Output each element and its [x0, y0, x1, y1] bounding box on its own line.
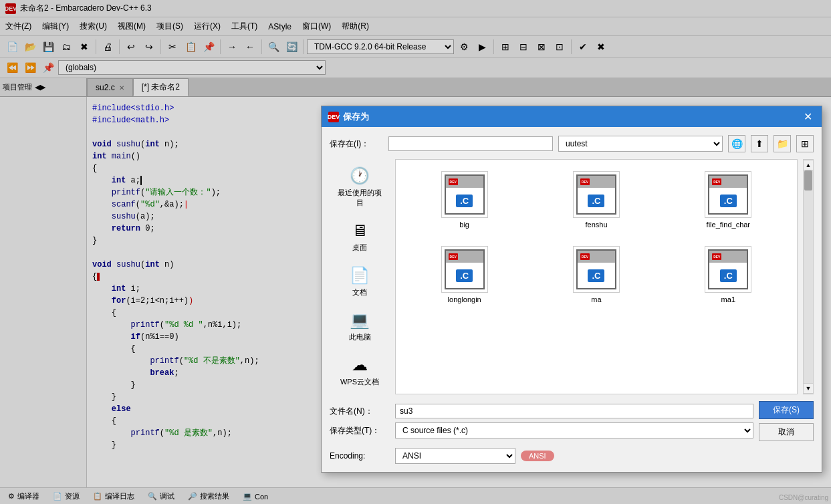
filetype-label: 保存类型(T)：	[330, 425, 390, 436]
file-icon-body: .C	[446, 188, 483, 213]
file-icon-top5: DEV	[578, 251, 615, 263]
location-new-folder-btn[interactable]: 📁	[774, 135, 791, 152]
filename-input[interactable]	[395, 404, 753, 418]
file-icon-top2: DEV	[578, 176, 615, 188]
encoding-label: Encoding:	[330, 451, 390, 461]
dialog-close-button[interactable]: ✕	[801, 110, 815, 123]
dialog-body: 保存在(I)： uutest 🌐 ⬆ 📁 ⊞ 🕐 最近使用的项目	[322, 127, 822, 472]
location-up-btn[interactable]: ⬆	[751, 135, 768, 152]
file-icon-body2: .C	[578, 188, 615, 213]
file-item-file-find-char[interactable]: DEV .C file_find_char	[665, 165, 792, 235]
file-item-longlongin[interactable]: DEV .C longlongin	[401, 240, 527, 309]
file-c-badge6: .C	[720, 269, 737, 282]
file-item-ma[interactable]: DEV .C ma	[533, 240, 659, 309]
dev-logo4: DEV	[449, 253, 458, 260]
shortcut-desktop[interactable]: 🖥 桌面	[332, 217, 387, 257]
scroll-up-arrow[interactable]: ▲	[803, 160, 814, 170]
file-name-ma1: ma1	[721, 295, 735, 303]
file-icon-ma1: DEV .C	[708, 249, 748, 289]
dialog-app-icon: DEV	[328, 112, 339, 122]
dev-logo3: DEV	[712, 178, 721, 185]
file-grid-container: 🕐 最近使用的项目 🖥 桌面 📄 文档 💻 此电脑	[330, 159, 814, 394]
dev-logo2: DEV	[580, 178, 590, 185]
file-icon-ma: DEV .C	[576, 249, 616, 289]
file-name-longlongin: longlongin	[448, 295, 481, 303]
recent-icon: 🕐	[350, 166, 370, 185]
scroll-thumb[interactable]	[804, 170, 812, 191]
file-thumb-longlongin: DEV .C	[441, 246, 488, 293]
location-view-btn[interactable]: ⊞	[796, 135, 814, 152]
file-name-fenshu: fenshu	[585, 221, 607, 229]
filetype-row: 保存类型(T)： C source files (*.c) All files …	[330, 422, 753, 438]
file-item-ma1[interactable]: DEV .C ma1	[665, 240, 792, 309]
dialog-title-left: DEV 保存为	[328, 111, 369, 123]
dev-logo5: DEV	[580, 253, 590, 260]
file-thumb-ma: DEV .C	[573, 246, 620, 293]
file-c-badge2: .C	[588, 195, 604, 207]
shortcut-documents[interactable]: 📄 文档	[332, 261, 387, 302]
file-icon-file-find-char: DEV .C	[708, 174, 748, 215]
save-dialog: DEV 保存为 ✕ 保存在(I)： uutest 🌐 ⬆ 📁 ⊞	[321, 106, 822, 473]
encoding-select[interactable]: ANSI	[395, 448, 515, 464]
file-name-big: big	[459, 221, 469, 229]
scroll-down-arrow[interactable]: ▼	[803, 383, 814, 394]
shortcut-wps[interactable]: ☁ WPS云文档	[332, 351, 387, 392]
filetype-select[interactable]: C source files (*.c) All files (*.*)	[395, 422, 753, 438]
file-thumb-big: DEV .C	[441, 171, 488, 218]
cancel-button[interactable]: 取消	[759, 423, 814, 441]
file-name-file-find-char: file_find_char	[707, 221, 750, 229]
file-icon-body4: .C	[446, 263, 483, 288]
location-input[interactable]	[388, 136, 553, 151]
desktop-icon: 🖥	[352, 221, 368, 240]
file-thumb-ma1: DEV .C	[705, 246, 751, 293]
file-icon-big: DEV .C	[445, 174, 485, 215]
location-row: 保存在(I)： uutest 🌐 ⬆ 📁 ⊞	[330, 135, 814, 152]
file-icon-top6: DEV	[709, 251, 747, 263]
file-c-badge5: .C	[588, 269, 604, 282]
location-label: 保存在(I)：	[330, 138, 383, 150]
dialog-title: 保存为	[343, 111, 369, 123]
file-name-ma: ma	[591, 295, 601, 303]
dialog-titlebar: DEV 保存为 ✕	[322, 106, 822, 127]
filename-label: 文件名(N)：	[330, 406, 390, 417]
file-c-badge: .C	[456, 195, 473, 207]
file-thumb-file-find-char: DEV .C	[705, 171, 751, 218]
shortcut-computer[interactable]: 💻 此电脑	[332, 306, 387, 347]
file-thumb-fenshu: DEV .C	[573, 171, 620, 218]
file-icon-top4: DEV	[446, 251, 483, 263]
dev-logo6: DEV	[712, 253, 721, 260]
file-icon-longlongin: DEV .C	[445, 249, 485, 289]
filename-row: 文件名(N)：	[330, 404, 753, 418]
file-item-fenshu[interactable]: DEV .C fenshu	[533, 165, 659, 235]
scrollbar-vertical[interactable]: ▲ ▼	[803, 159, 814, 394]
file-icon-top3: DEV	[709, 176, 747, 188]
file-icon-body3: .C	[709, 188, 747, 213]
file-icon-fenshu: DEV .C	[576, 174, 616, 215]
shortcuts-panel: 🕐 最近使用的项目 🖥 桌面 📄 文档 💻 此电脑	[330, 159, 390, 394]
documents-icon: 📄	[350, 266, 370, 285]
file-c-badge3: .C	[720, 195, 737, 207]
dialog-buttons: 保存(S) 取消	[759, 401, 814, 441]
location-back-btn[interactable]: 🌐	[728, 135, 745, 152]
wps-icon: ☁	[352, 356, 368, 374]
watermark: CSDN@curating	[779, 494, 828, 501]
ansi-badge: ANSI	[521, 451, 554, 461]
filename-area: 文件名(N)： 保存类型(T)： C source files (*.c) Al…	[330, 401, 814, 441]
file-c-badge4: .C	[456, 269, 473, 282]
file-item-big[interactable]: DEV .C big	[401, 165, 527, 235]
file-icon-body6: .C	[709, 263, 747, 288]
encoding-row: Encoding: ANSI ANSI	[330, 448, 814, 464]
save-button[interactable]: 保存(S)	[759, 401, 814, 419]
file-grid: DEV .C big	[395, 159, 798, 394]
location-combo[interactable]: uutest	[558, 136, 723, 152]
filename-section: 文件名(N)： 保存类型(T)： C source files (*.c) Al…	[330, 404, 753, 438]
computer-icon: 💻	[350, 311, 370, 330]
shortcut-recent[interactable]: 🕐 最近使用的项目	[332, 162, 387, 213]
scroll-track[interactable]	[804, 170, 813, 383]
file-icon-body5: .C	[578, 263, 615, 288]
file-icon-top: DEV	[446, 176, 483, 188]
dev-logo: DEV	[449, 178, 458, 185]
dialog-overlay: DEV 保存为 ✕ 保存在(I)： uutest 🌐 ⬆ 📁 ⊞	[0, 0, 831, 504]
